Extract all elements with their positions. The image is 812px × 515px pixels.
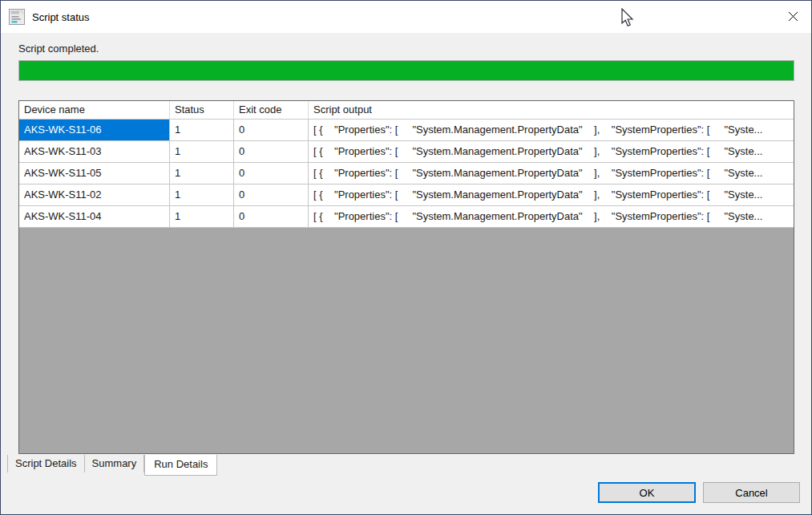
cell-script-output[interactable]: [ { "Properties": [ "System.Management.P… [309, 185, 794, 205]
table-row[interactable]: AKS-WK-S11-02 1 0 [ { "Properties": [ "S… [19, 185, 794, 206]
column-header-exit-code[interactable]: Exit code [234, 101, 309, 119]
cell-status[interactable]: 1 [170, 120, 234, 140]
cell-status[interactable]: 1 [170, 163, 234, 184]
window-title: Script status [32, 11, 90, 23]
cell-script-output[interactable]: [ { "Properties": [ "System.Management.P… [309, 163, 794, 184]
column-header-device-name[interactable]: Device name [19, 101, 170, 119]
status-message: Script completed. [18, 43, 99, 55]
cell-status[interactable]: 1 [170, 185, 234, 205]
cell-exit-code[interactable]: 0 [234, 163, 309, 184]
cell-device-name[interactable]: AKS-WK-S11-06 [19, 120, 170, 140]
ok-button[interactable]: OK [598, 482, 696, 503]
progress-bar [18, 60, 794, 81]
cell-exit-code[interactable]: 0 [234, 206, 309, 227]
cancel-button[interactable]: Cancel [703, 482, 800, 503]
cell-status[interactable]: 1 [170, 206, 234, 227]
script-window-icon [9, 9, 25, 25]
cell-device-name[interactable]: AKS-WK-S11-02 [19, 185, 170, 205]
column-header-status[interactable]: Status [170, 101, 234, 119]
cell-script-output[interactable]: [ { "Properties": [ "System.Management.P… [309, 206, 794, 227]
table-row[interactable]: AKS-WK-S11-03 1 0 [ { "Properties": [ "S… [19, 141, 794, 163]
tab-script-details[interactable]: Script Details [7, 455, 85, 472]
cell-exit-code[interactable]: 0 [234, 185, 309, 205]
tab-summary[interactable]: Summary [85, 455, 145, 472]
cell-status[interactable]: 1 [170, 141, 234, 162]
close-button[interactable] [775, 1, 811, 32]
script-status-dialog: Script status Script completed. Device n… [0, 0, 812, 515]
title-bar: Script status [1, 1, 811, 33]
cell-exit-code[interactable]: 0 [234, 120, 309, 140]
results-grid: Device name Status Exit code Script outp… [18, 100, 794, 454]
close-icon [788, 11, 798, 22]
grid-header-row: Device name Status Exit code Script outp… [19, 101, 794, 120]
tab-strip: Script Details Summary Run Details [7, 455, 217, 476]
tab-run-details[interactable]: Run Details [144, 455, 217, 476]
cell-device-name[interactable]: AKS-WK-S11-05 [19, 163, 170, 184]
progress-fill [19, 61, 794, 80]
cell-script-output[interactable]: [ { "Properties": [ "System.Management.P… [309, 120, 794, 140]
cell-device-name[interactable]: AKS-WK-S11-04 [19, 206, 170, 227]
table-row[interactable]: AKS-WK-S11-05 1 0 [ { "Properties": [ "S… [19, 163, 794, 185]
table-row[interactable]: AKS-WK-S11-06 1 0 [ { "Properties": [ "S… [19, 120, 794, 141]
table-row[interactable]: AKS-WK-S11-04 1 0 [ { "Properties": [ "S… [19, 206, 794, 228]
column-header-script-output[interactable]: Script output [309, 101, 794, 119]
cell-script-output[interactable]: [ { "Properties": [ "System.Management.P… [309, 141, 794, 162]
cell-exit-code[interactable]: 0 [234, 141, 309, 162]
cell-device-name[interactable]: AKS-WK-S11-03 [19, 141, 170, 162]
